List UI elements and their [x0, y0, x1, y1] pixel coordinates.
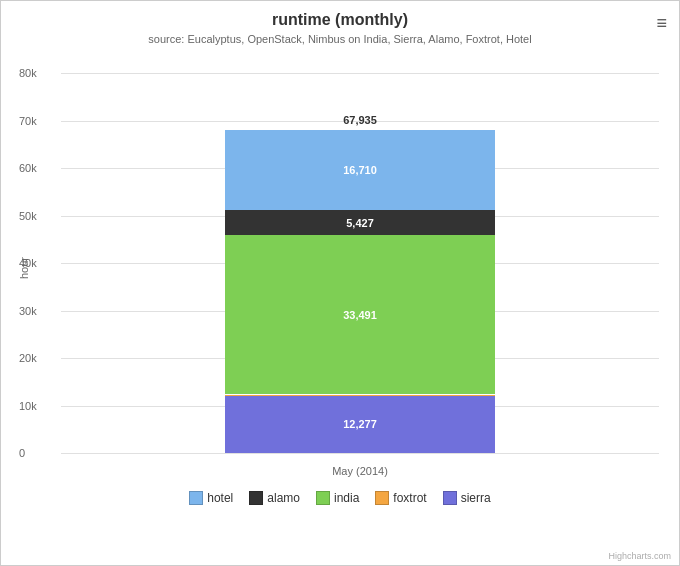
legend: hotelalamoindiafoxtrotsierra — [1, 483, 679, 509]
grid-line — [61, 453, 659, 454]
chart-title: runtime (monthly) — [1, 11, 679, 29]
y-axis-tick-label: 70k — [19, 115, 56, 127]
highcharts-credit: Highcharts.com — [608, 551, 671, 561]
y-axis-tick-label: 40k — [19, 257, 56, 269]
legend-label-hotel: hotel — [207, 491, 233, 505]
y-axis-tick-label: 10k — [19, 400, 56, 412]
y-axis-tick-label: 50k — [19, 210, 56, 222]
y-axis-tick-label: 0 — [19, 447, 56, 459]
bar-segment-alamo: 5,427 — [225, 210, 495, 236]
bar-segment-label-india: 33,491 — [343, 309, 377, 321]
bar-segment-hotel: 16,710 — [225, 130, 495, 209]
chart-area: 010k20k30k40k50k60k70k80k12,27733,4915,4… — [61, 53, 659, 483]
bar-total-label: 67,935 — [343, 114, 377, 126]
bar-segment-india: 33,491 — [225, 235, 495, 394]
chart-subtitle: source: Eucalyptus, OpenStack, Nimbus on… — [1, 33, 679, 45]
y-axis-tick-label: 30k — [19, 305, 56, 317]
y-axis-tick-label: 80k — [19, 67, 56, 79]
y-axis-tick-label: 20k — [19, 352, 56, 364]
legend-item-india: india — [316, 491, 359, 505]
legend-item-alamo: alamo — [249, 491, 300, 505]
legend-swatch-foxtrot — [375, 491, 389, 505]
bar-segment-label-alamo: 5,427 — [346, 217, 374, 229]
bar-segment-label-hotel: 16,710 — [343, 164, 377, 176]
legend-swatch-sierra — [443, 491, 457, 505]
legend-item-sierra: sierra — [443, 491, 491, 505]
legend-swatch-alamo — [249, 491, 263, 505]
legend-item-foxtrot: foxtrot — [375, 491, 426, 505]
grid-line — [61, 73, 659, 74]
bar-segment-sierra: 12,277 — [225, 395, 495, 453]
hamburger-menu[interactable]: ≡ — [656, 13, 667, 34]
x-axis-label: May (2014) — [332, 465, 388, 477]
chart-container: runtime (monthly) source: Eucalyptus, Op… — [0, 0, 680, 566]
legend-label-india: india — [334, 491, 359, 505]
legend-item-hotel: hotel — [189, 491, 233, 505]
legend-label-sierra: sierra — [461, 491, 491, 505]
bar-segment-label-sierra: 12,277 — [343, 418, 377, 430]
legend-label-alamo: alamo — [267, 491, 300, 505]
legend-swatch-hotel — [189, 491, 203, 505]
legend-swatch-india — [316, 491, 330, 505]
y-axis-tick-label: 60k — [19, 162, 56, 174]
legend-label-foxtrot: foxtrot — [393, 491, 426, 505]
